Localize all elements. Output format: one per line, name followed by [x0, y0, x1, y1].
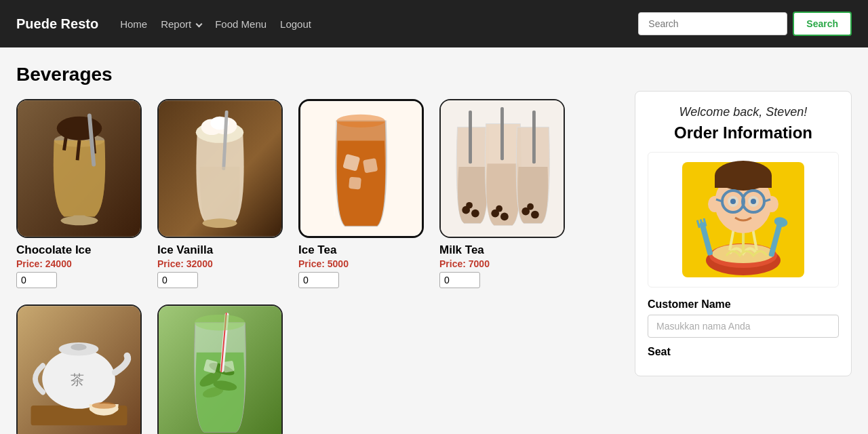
nav-logout[interactable]: Logout — [280, 18, 311, 30]
svg-rect-23 — [469, 111, 472, 163]
svg-point-67 — [751, 199, 756, 204]
customer-name-label: Customer Name — [648, 298, 839, 311]
svg-point-22 — [466, 202, 473, 209]
menu-item-image-japanese-tea: 茶 — [16, 304, 142, 434]
search-bar: Search — [638, 12, 852, 36]
nav-food-menu[interactable]: Food Menu — [215, 18, 267, 30]
menu-item-ice-tea: Ice Tea Price: 5000 — [298, 99, 427, 288]
menu-item-japanese-tea: 茶 Japanese Tea Price: 8000 — [16, 304, 145, 434]
menu-item-qty-chocolate-ice[interactable] — [16, 272, 57, 288]
section-title: Beverages — [16, 64, 618, 85]
search-input[interactable] — [638, 12, 787, 35]
menu-item-image-chocolate-ice — [16, 99, 142, 238]
menu-item-price-ice-vanilla: Price: 32000 — [157, 258, 286, 269]
svg-point-39 — [92, 402, 116, 409]
svg-rect-16 — [363, 158, 378, 173]
navbar-links: Home Report Food Menu Logout — [120, 18, 616, 30]
main-container: Beverages — [0, 47, 868, 434]
search-button[interactable]: Search — [793, 12, 852, 36]
menu-item-name-ice-vanilla: Ice Vanilla — [157, 243, 286, 257]
menu-item-qty-milk-tea[interactable] — [439, 272, 480, 288]
chevron-down-icon — [196, 20, 203, 27]
seat-field: Seat — [648, 346, 839, 358]
menu-item-qty-ice-vanilla[interactable] — [157, 272, 198, 288]
menu-item-name-ice-tea: Ice Tea — [298, 243, 427, 257]
menu-section: Beverages — [16, 64, 618, 434]
navbar: Puede Resto Home Report Food Menu Logout… — [0, 0, 868, 47]
svg-rect-17 — [349, 177, 361, 190]
svg-point-36 — [71, 344, 86, 351]
svg-text:茶: 茶 — [71, 373, 84, 387]
svg-point-66 — [730, 199, 736, 204]
svg-point-18 — [336, 115, 385, 127]
menu-item-qty-ice-tea[interactable] — [298, 272, 339, 288]
menu-item-name-chocolate-ice: Chocolate Ice — [16, 243, 145, 257]
nav-home[interactable]: Home — [120, 18, 147, 30]
menu-item-price-ice-tea: Price: 5000 — [298, 258, 427, 269]
customer-name-input[interactable] — [648, 315, 839, 338]
svg-point-26 — [496, 205, 502, 212]
menu-item-image-ice-tea — [298, 99, 424, 238]
menu-item-name-milk-tea: Milk Tea — [439, 243, 568, 257]
menu-item-ice-vanilla: Ice Vanilla Price: 32000 — [157, 99, 286, 288]
customer-name-field: Customer Name — [648, 298, 839, 346]
svg-point-13 — [203, 218, 237, 228]
svg-point-25 — [500, 213, 509, 221]
seat-label: Seat — [648, 346, 839, 358]
svg-point-30 — [527, 203, 534, 210]
svg-point-3 — [57, 117, 102, 140]
svg-point-58 — [765, 196, 778, 212]
navbar-brand: Puede Resto — [16, 16, 98, 32]
order-welcome: Welcome back, Steven! — [648, 105, 839, 119]
menu-item-milk-tea: Milk Tea Price: 7000 — [439, 99, 568, 288]
svg-point-21 — [471, 210, 479, 218]
svg-point-49 — [195, 315, 245, 330]
svg-point-57 — [708, 196, 722, 212]
menu-item-image-milk-tea — [439, 99, 565, 238]
svg-rect-27 — [500, 107, 504, 160]
menu-item-green-tea: Green Tea Price: 6000 — [157, 304, 286, 434]
menu-grid: Chocolate Ice Price: 24000 — [16, 99, 618, 434]
menu-item-price-milk-tea: Price: 7000 — [439, 258, 568, 269]
svg-point-29 — [531, 211, 539, 219]
menu-item-image-green-tea — [157, 304, 283, 434]
order-panel: Welcome back, Steven! Order Information — [635, 91, 852, 376]
order-title: Order Information — [648, 123, 839, 142]
menu-item-image-ice-vanilla — [157, 99, 283, 238]
menu-item-price-chocolate-ice: Price: 24000 — [16, 258, 145, 269]
svg-point-6 — [61, 216, 98, 225]
order-mascot-image — [648, 152, 839, 288]
nav-report[interactable]: Report — [161, 18, 201, 30]
menu-item-chocolate-ice: Chocolate Ice Price: 24000 — [16, 99, 145, 288]
svg-rect-31 — [532, 111, 536, 163]
svg-rect-56 — [715, 176, 772, 188]
